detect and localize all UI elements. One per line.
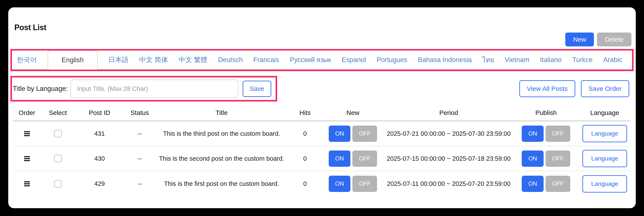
new-on-button[interactable]: ON bbox=[329, 150, 350, 167]
language-tab-label[interactable]: Italiano bbox=[540, 50, 562, 69]
column-header: Period bbox=[384, 109, 514, 116]
publish-toggle-cell: ON OFF bbox=[514, 150, 578, 167]
select-cell bbox=[41, 130, 75, 138]
column-header: Status bbox=[124, 109, 155, 116]
row-checkbox[interactable] bbox=[54, 180, 62, 188]
table-row: 429 -- This is the first post on the cus… bbox=[13, 171, 631, 196]
language-tab[interactable]: Русский язык bbox=[290, 50, 331, 69]
new-on-button[interactable]: ON bbox=[329, 126, 350, 142]
language-tab-label[interactable]: 한국어 bbox=[17, 50, 37, 69]
language-tab-label[interactable]: Deutsch bbox=[218, 50, 243, 69]
drag-handle-icon[interactable] bbox=[24, 181, 30, 186]
new-off-button[interactable]: OFF bbox=[352, 176, 377, 192]
column-header: Publish bbox=[514, 109, 578, 116]
table-row: 430 -- This is the second post on the cu… bbox=[13, 146, 631, 171]
column-header: New bbox=[322, 109, 384, 116]
post-id-cell: 429 bbox=[75, 180, 124, 187]
new-off-button[interactable]: OFF bbox=[352, 126, 377, 142]
language-tab[interactable]: 한국어 bbox=[17, 50, 37, 69]
language-tab-label[interactable]: 日本語 bbox=[108, 50, 128, 69]
language-tab[interactable]: Espanol bbox=[342, 50, 366, 69]
view-all-posts-button[interactable]: View All Posts bbox=[519, 80, 575, 97]
language-tab[interactable]: 日本語 bbox=[108, 50, 128, 69]
select-cell bbox=[41, 180, 75, 188]
status-cell: -- bbox=[124, 130, 155, 137]
select-cell bbox=[41, 155, 75, 162]
language-tab[interactable]: Francais bbox=[253, 50, 279, 69]
title-by-language-label: Title by Language: bbox=[13, 85, 68, 92]
language-tab-label[interactable]: 中文 繁體 bbox=[179, 50, 208, 69]
column-header: Select bbox=[41, 109, 75, 116]
language-tab[interactable]: Turkce bbox=[572, 50, 592, 69]
row-language-button[interactable]: Language bbox=[582, 150, 627, 167]
language-tab-label[interactable]: ไทย bbox=[482, 50, 494, 69]
row-language-button[interactable]: Language bbox=[582, 125, 627, 142]
new-on-button[interactable]: ON bbox=[329, 176, 350, 192]
row-language-button[interactable]: Language bbox=[582, 175, 627, 192]
publish-off-button[interactable]: OFF bbox=[546, 150, 570, 167]
language-tab-label[interactable]: Espanol bbox=[342, 50, 366, 69]
top-actions: New Delete bbox=[10, 32, 632, 46]
language-tab[interactable]: Portugues bbox=[377, 50, 407, 69]
title-cell: This is the second post on the custom bo… bbox=[155, 155, 288, 162]
publish-on-button[interactable]: ON bbox=[522, 150, 544, 167]
language-tab-label[interactable]: Francais bbox=[253, 50, 279, 69]
post-table-header: OrderSelectPost IDStatusTitleHitsNewPeri… bbox=[13, 106, 631, 122]
publish-off-button[interactable]: OFF bbox=[546, 126, 570, 142]
language-tab-label[interactable]: English bbox=[62, 51, 84, 69]
language-tab-label[interactable]: Portugues bbox=[377, 50, 407, 69]
list-actions: View All Posts Save Order bbox=[519, 80, 629, 97]
save-title-button[interactable]: Save bbox=[243, 81, 271, 97]
period-cell: 2025-07-21 00:00:00 ~ 2025-07-30 23:59:0… bbox=[384, 130, 514, 137]
title-by-language-highlight: Title by Language: Save bbox=[10, 76, 277, 102]
save-order-button[interactable]: Save Order bbox=[581, 80, 629, 97]
language-tab[interactable]: 中文 繁體 bbox=[179, 50, 208, 69]
delete-button[interactable]: Delete bbox=[597, 32, 632, 46]
publish-on-button[interactable]: ON bbox=[522, 176, 544, 192]
drag-handle-icon[interactable] bbox=[24, 131, 30, 136]
order-cell bbox=[13, 181, 41, 186]
order-cell bbox=[13, 156, 41, 161]
language-cell: Language bbox=[578, 175, 631, 192]
row-checkbox[interactable] bbox=[54, 130, 62, 138]
new-button[interactable]: New bbox=[565, 32, 594, 46]
title-cell: This is the third post on the custom boa… bbox=[155, 130, 288, 137]
post-list-card: Post List New Delete 한국어 English 日本語 中文 … bbox=[8, 7, 636, 208]
language-tab[interactable]: Bahasa Indonesia bbox=[418, 50, 472, 69]
hits-cell: 0 bbox=[288, 180, 322, 187]
language-tab-label[interactable]: Turkce bbox=[572, 50, 592, 69]
title-cell: This is the first post on the custom boa… bbox=[155, 180, 288, 187]
period-cell: 2025-07-11 00:00:00 ~ 2025-07-20 23:59:0… bbox=[384, 180, 514, 187]
language-tab[interactable]: English bbox=[48, 50, 98, 70]
title-input[interactable] bbox=[70, 80, 238, 98]
language-tab[interactable]: Arabic bbox=[603, 50, 622, 69]
order-cell bbox=[13, 131, 41, 136]
filter-row: Title by Language: Save View All Posts S… bbox=[10, 76, 634, 102]
column-header: Hits bbox=[288, 109, 322, 116]
language-tab[interactable]: Vietnam bbox=[505, 50, 529, 69]
language-tab[interactable]: Italiano bbox=[540, 50, 562, 69]
language-tab-label[interactable]: Bahasa Indonesia bbox=[418, 50, 472, 69]
language-tab-label[interactable]: Vietnam bbox=[505, 50, 529, 69]
language-tab-label[interactable]: Arabic bbox=[603, 50, 622, 69]
language-tab-label[interactable]: 中文 简体 bbox=[139, 50, 168, 69]
publish-on-button[interactable]: ON bbox=[522, 126, 544, 142]
column-header: Language bbox=[578, 109, 631, 116]
column-header: Title bbox=[155, 109, 288, 116]
language-tab[interactable]: Deutsch bbox=[218, 50, 243, 69]
publish-off-button[interactable]: OFF bbox=[546, 176, 570, 192]
row-checkbox[interactable] bbox=[54, 155, 62, 162]
post-id-cell: 431 bbox=[75, 130, 124, 137]
publish-toggle-cell: ON OFF bbox=[514, 176, 578, 192]
drag-handle-icon[interactable] bbox=[24, 156, 30, 161]
language-cell: Language bbox=[578, 125, 631, 142]
language-cell: Language bbox=[578, 150, 631, 167]
status-cell: -- bbox=[124, 180, 155, 187]
language-tab[interactable]: 中文 简体 bbox=[139, 50, 168, 69]
new-toggle-cell: ON OFF bbox=[322, 126, 384, 142]
language-tab[interactable]: ไทย bbox=[482, 50, 494, 69]
post-id-cell: 430 bbox=[75, 155, 124, 162]
new-off-button[interactable]: OFF bbox=[352, 150, 377, 167]
language-tab-label[interactable]: Русский язык bbox=[290, 50, 331, 69]
new-toggle-cell: ON OFF bbox=[322, 176, 384, 192]
